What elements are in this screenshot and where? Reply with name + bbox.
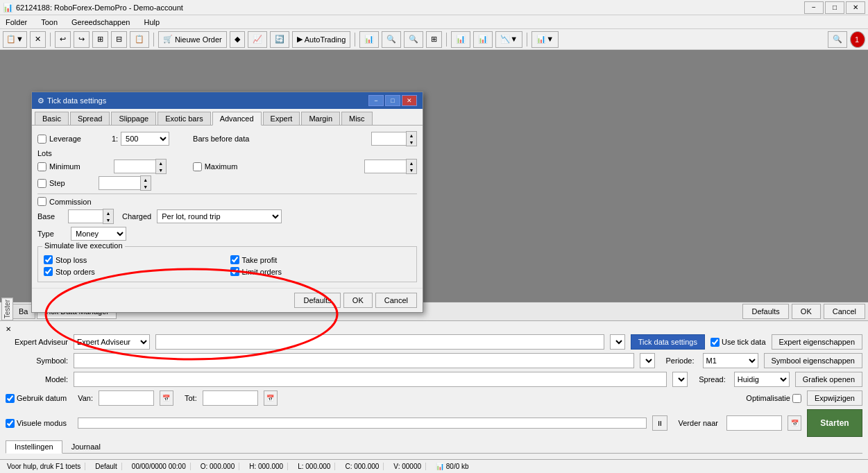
defaults-btn-bottom[interactable]: Defaults (742, 304, 788, 319)
charged-select[interactable]: Per lot, round trip (157, 209, 282, 223)
visuele-modus-checkbox[interactable] (6, 419, 15, 428)
minimum-up[interactable]: ▲ (156, 160, 166, 166)
stop-loss-label[interactable]: Stop loss (44, 255, 225, 264)
toolbar-btn4[interactable]: ↪ (74, 31, 90, 48)
toolbar-btn9[interactable]: 📈 (248, 31, 267, 48)
maximize-button[interactable]: □ (825, 1, 844, 14)
tot-input[interactable]: 2020.10.01 (203, 390, 258, 406)
leverage-select[interactable]: 500 (121, 132, 169, 146)
ok-btn-bottom[interactable]: OK (792, 304, 821, 319)
toolbar-btn6[interactable]: ⊟ (111, 31, 127, 48)
dialog-close[interactable]: ✕ (402, 95, 417, 106)
tot-calendar-btn[interactable]: 📅 (264, 390, 278, 406)
tab-advanced[interactable]: Advanced (212, 112, 262, 126)
leverage-checkbox[interactable] (37, 135, 46, 144)
minimum-input[interactable]: 0,01 (114, 160, 155, 173)
toolbar-btn5[interactable]: ⊞ (92, 31, 108, 48)
toolbar-btn3[interactable]: ↩ (55, 31, 71, 48)
commission-checkbox-label[interactable]: Commission (37, 197, 92, 206)
cancel-btn-bottom[interactable]: Cancel (824, 304, 865, 319)
base-up[interactable]: ▲ (103, 209, 113, 216)
dialog-minimize[interactable]: − (368, 95, 384, 106)
limit-orders-checkbox[interactable] (230, 267, 239, 276)
toolbar-chart-btn5[interactable]: 📊 (451, 31, 470, 48)
tab-misc[interactable]: Misc (341, 112, 373, 125)
tick-data-settings-btn[interactable]: Tick data settings (631, 334, 705, 350)
visuele-modus-label[interactable]: Visuele modus (6, 419, 67, 428)
base-down[interactable]: ▼ (103, 216, 113, 223)
bars-before-input[interactable]: 100 (371, 132, 406, 146)
limit-orders-label[interactable]: Limit orders (230, 267, 411, 276)
toolbar-btn10[interactable]: 🔄 (270, 31, 289, 48)
use-tick-data-label[interactable]: Use tick data (710, 338, 766, 347)
tab-margin[interactable]: Margin (301, 112, 340, 125)
spread-select[interactable]: Huidig (734, 372, 790, 387)
toolbar-chart-btn3[interactable]: 🔍 (404, 31, 423, 48)
minimize-button[interactable]: − (804, 1, 824, 14)
van-input[interactable]: 2020.04.01 (99, 390, 154, 406)
verder-naar-input[interactable]: 2021.07.26 (726, 415, 782, 431)
minimum-checkbox-label[interactable]: Minimum (37, 162, 80, 171)
gebruik-datum-label[interactable]: Gebruik datum (6, 394, 67, 403)
step-down[interactable]: ▼ (141, 183, 151, 190)
step-input[interactable]: 0,01 (99, 176, 140, 190)
maximum-checkbox[interactable] (193, 162, 202, 171)
autotrading-button[interactable]: ▶ AutoTrading (292, 31, 351, 48)
stop-orders-checkbox[interactable] (44, 267, 53, 276)
use-tick-data-checkbox[interactable] (710, 338, 720, 347)
take-profit-checkbox[interactable] (230, 255, 239, 264)
periode-select[interactable]: M1 (703, 353, 758, 368)
minimum-checkbox[interactable] (37, 162, 46, 171)
toolbar-btn8[interactable]: ◆ (230, 31, 245, 48)
symbool-eigenschappen-btn[interactable]: Symbool eigenschappen (764, 353, 862, 368)
tester-tab-instellingen[interactable]: Instellingen (6, 440, 62, 454)
optimalisatie-label[interactable]: Optimalisatie (746, 394, 801, 403)
toolbar-btn2[interactable]: ✕ (30, 31, 46, 48)
type-select[interactable]: Money (71, 227, 126, 241)
menu-toon[interactable]: Toon (38, 18, 60, 26)
model-select[interactable] (672, 372, 688, 387)
verder-calendar-btn[interactable]: 📅 (788, 415, 801, 431)
expert-input[interactable]: _MPGO v.3.2.3.15 (lic).ex4 (155, 334, 604, 350)
step-checkbox-label[interactable]: Step (37, 179, 65, 188)
gebruik-datum-checkbox[interactable] (6, 394, 15, 403)
stop-loss-checkbox[interactable] (44, 255, 53, 264)
toolbar-chart-btn2[interactable]: 🔍 (382, 31, 401, 48)
step-checkbox[interactable] (37, 179, 46, 188)
tab-spread[interactable]: Spread (70, 112, 110, 125)
search-button[interactable]: 🔍 (828, 31, 847, 48)
menu-gereedschappen[interactable]: Gereedschappen (69, 18, 133, 26)
base-input[interactable]: 0 (68, 209, 103, 223)
tab-exotic-bars[interactable]: Exotic bars (158, 112, 210, 125)
grafiek-openen-btn[interactable]: Grafiek openen (795, 372, 862, 387)
toolbar-chart-btn6[interactable]: 📊 (473, 31, 493, 48)
expwijzigen-btn[interactable]: Expwijzigen (807, 390, 862, 406)
toolbar-chart-btn4[interactable]: ⊞ (426, 31, 442, 48)
nieuwe-order-button[interactable]: 🛒 Nieuwe Order (158, 31, 227, 48)
maximum-checkbox-label[interactable]: Maximum (193, 162, 238, 171)
starten-button[interactable]: Starten (807, 409, 862, 437)
pause-button[interactable]: ⏸ (652, 415, 667, 431)
step-up[interactable]: ▲ (141, 176, 151, 183)
toolbar-new-btn[interactable]: 📋▼ (3, 31, 27, 48)
tester-panel-close[interactable]: ✕ (6, 325, 11, 333)
tab-slippage[interactable]: Slippage (111, 112, 156, 125)
optimalisatie-checkbox[interactable] (792, 394, 801, 403)
expert-eigenschappen-btn[interactable]: Expert eigenschappen (772, 334, 862, 350)
symbool-select[interactable] (640, 353, 655, 368)
minimum-down[interactable]: ▼ (156, 166, 166, 173)
van-calendar-btn[interactable]: 📅 (160, 390, 173, 406)
maximum-up[interactable]: ▲ (407, 160, 416, 166)
bars-before-down[interactable]: ▼ (407, 139, 416, 146)
leverage-checkbox-label[interactable]: Leverage (37, 135, 81, 144)
toolbar-chart-btn7[interactable]: 📉▼ (495, 31, 522, 48)
symbool-input[interactable]: EURUSD, Euro vs US Dollar (74, 353, 634, 368)
bars-before-up[interactable]: ▲ (407, 132, 416, 139)
notification-button[interactable]: 1 (850, 31, 865, 48)
tab-expert[interactable]: Expert (263, 112, 300, 125)
ok-button[interactable]: OK (343, 293, 373, 308)
toolbar-chart-btn8[interactable]: 📊▼ (531, 31, 559, 48)
dialog-maximize[interactable]: □ (385, 95, 400, 106)
menu-hulp[interactable]: Hulp (141, 18, 162, 26)
model-input[interactable]: Elk vinkje (de meest nauwkeurige methode… (74, 372, 667, 387)
